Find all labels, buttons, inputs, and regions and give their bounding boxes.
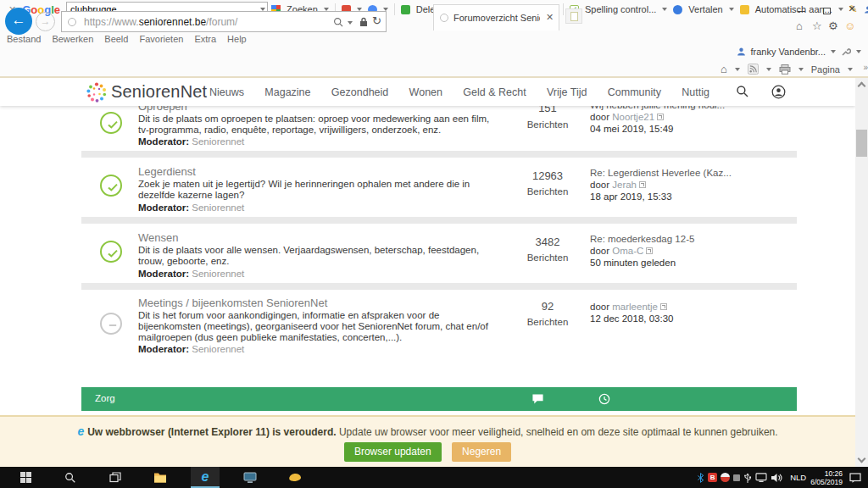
url-text[interactable]: https://www.seniorennet.be/forum/ (84, 16, 237, 28)
internet-explorer-icon[interactable]: e (191, 467, 220, 488)
last-post-title[interactable]: Re: Legerdienst Heverlee (Kaz... (590, 168, 732, 178)
external-link-icon[interactable] (639, 181, 646, 188)
external-link-icon[interactable] (646, 247, 653, 254)
vertalen-button[interactable]: Vertalen (688, 4, 722, 14)
home-icon[interactable]: ⌂ (796, 19, 803, 32)
tab-title[interactable]: Forumoverzicht SeniorenNe... (453, 13, 540, 23)
forum-title[interactable]: Meetings / bijeenkomsten SeniorenNet (138, 297, 327, 309)
external-link-icon[interactable] (660, 303, 667, 310)
external-link-icon[interactable] (657, 114, 664, 120)
nav-geld-recht[interactable]: Geld & Recht (463, 86, 526, 98)
forum-description: Dit is de plaats voor alle wensen. Verja… (138, 245, 494, 267)
tab-close-icon[interactable]: ✕ (546, 12, 554, 23)
maximize-button[interactable] (817, 3, 836, 15)
taskbar-search-icon[interactable] (56, 467, 85, 488)
nav-vrije-tijd[interactable]: Vrije Tijd (547, 86, 587, 98)
address-bar[interactable]: https://www.seniorennet.be/forum/ ↻ (61, 11, 387, 32)
menu-extra[interactable]: Extra (194, 34, 216, 44)
last-post-date: 12 dec 2018, 03:30 (590, 313, 673, 324)
print-icon[interactable] (779, 64, 791, 75)
menu-bestand[interactable]: Bestand (7, 34, 41, 44)
volume-icon[interactable] (771, 473, 782, 483)
smiley-feedback-icon[interactable]: ☺ (844, 19, 855, 32)
user-caret-icon[interactable] (831, 50, 836, 53)
forum-locked-minus-icon (100, 313, 122, 335)
action-center-icon[interactable] (849, 473, 861, 483)
tray-app-gray-icon[interactable] (733, 474, 740, 481)
taskbar-clock[interactable]: 10:266/05/2019 (810, 469, 843, 486)
recent-clock-icon (598, 393, 610, 405)
forum-row[interactable]: Wensen Dit is de plaats voor alle wensen… (81, 224, 797, 283)
more-tools-chevron-icon[interactable]: » (863, 63, 866, 72)
spelling-button[interactable]: Spelling control... (585, 4, 656, 14)
last-post-title[interactable]: Re: moederkesdag 12-5 (590, 234, 694, 244)
tray-app-b-icon[interactable]: B (708, 473, 717, 482)
usb-icon[interactable] (743, 472, 752, 484)
pagina-caret-icon[interactable] (848, 68, 853, 71)
last-post-date: 18 apr 2019, 15:33 (590, 191, 672, 202)
scroll-up-icon[interactable] (858, 82, 866, 91)
favorites-star-icon[interactable]: ☆ (812, 19, 822, 32)
network-display-icon[interactable] (755, 473, 767, 483)
close-button[interactable]: ✕ (843, 3, 861, 15)
home-page-icon[interactable]: ⌂ (721, 63, 727, 75)
signed-in-user[interactable]: franky Vandenbr... (751, 47, 826, 57)
spelling-caret-icon[interactable] (662, 8, 667, 11)
rss-feed-icon[interactable] (748, 64, 759, 75)
vertical-scrollbar[interactable] (855, 78, 868, 467)
ignore-button[interactable]: Negeren (452, 442, 511, 462)
site-search-icon[interactable] (736, 85, 749, 98)
last-post-author: door marleentje (590, 302, 667, 312)
site-brand[interactable]: SeniorenNet (111, 82, 207, 102)
scroll-down-icon[interactable] (858, 455, 866, 463)
wrench-icon[interactable] (841, 47, 851, 57)
forum-moderator: Moderator: Seniorennet (138, 202, 244, 213)
last-post-date: 50 minuten geleden (590, 258, 676, 268)
language-indicator[interactable]: NLD (790, 473, 806, 482)
vertalen-caret-icon[interactable] (729, 8, 734, 11)
tray-app-icon[interactable] (721, 473, 730, 482)
nav-nieuws[interactable]: Nieuws (209, 86, 244, 98)
nav-nuttig[interactable]: Nuttig (682, 86, 709, 98)
start-button[interactable] (11, 467, 40, 488)
menu-favorieten[interactable]: Favorieten (139, 34, 183, 44)
forum-title[interactable]: Legerdienst (138, 165, 196, 178)
new-tab-button[interactable] (565, 8, 582, 24)
remote-desktop-icon[interactable] (236, 467, 264, 488)
pagina-button[interactable]: Pagina (811, 64, 840, 75)
nav-wonen[interactable]: Wonen (409, 86, 442, 98)
file-explorer-icon[interactable] (146, 467, 175, 488)
banner-buttons: Browser updaten Negeren (0, 442, 855, 462)
browser-update-button[interactable]: Browser updaten (344, 442, 442, 462)
menu-bewerken[interactable]: Bewerken (52, 34, 93, 44)
site-account-icon[interactable] (771, 85, 786, 99)
forum-moderator: Moderator: Seniorennet (138, 344, 244, 354)
category-bar-zorg[interactable]: Zorg (81, 387, 797, 411)
print-caret-icon[interactable] (798, 68, 804, 71)
rss-caret-icon[interactable] (766, 68, 771, 71)
menu-help[interactable]: Help (227, 34, 247, 44)
minimize-button[interactable] (792, 3, 810, 15)
forum-read-check-icon (100, 175, 122, 197)
search-dropdown-icon[interactable] (348, 21, 353, 25)
settings-gear-icon[interactable]: ⚙ (828, 19, 838, 32)
forum-row[interactable]: Meetings / bijeenkomsten SeniorenNet Dit… (81, 290, 797, 361)
refresh-icon[interactable]: ↻ (372, 14, 381, 27)
home-caret-icon[interactable] (735, 68, 740, 71)
nav-magazine[interactable]: Magazine (264, 86, 310, 98)
forum-title[interactable]: Wensen (138, 231, 178, 244)
back-button[interactable]: ← (5, 8, 32, 35)
scrollbar-thumb[interactable] (856, 130, 867, 157)
category-label[interactable]: Zorg (95, 393, 115, 403)
nav-gezondheid[interactable]: Gezondheid (331, 86, 388, 98)
wrench-caret-icon[interactable] (856, 50, 861, 53)
search-icon[interactable] (333, 17, 344, 28)
forum-row[interactable]: Legerdienst Zoek je maten uit je legerti… (81, 158, 797, 217)
task-view-icon[interactable] (101, 467, 130, 488)
bluetooth-icon[interactable] (697, 472, 704, 484)
nav-community[interactable]: Community (608, 86, 661, 98)
forward-button[interactable]: → (36, 12, 55, 31)
browser-tab[interactable]: Forumoverzicht SeniorenNe... ✕ (433, 4, 559, 30)
menu-beeld[interactable]: Beeld (104, 34, 128, 44)
taskbar-app-yellow-icon[interactable] (281, 467, 309, 488)
